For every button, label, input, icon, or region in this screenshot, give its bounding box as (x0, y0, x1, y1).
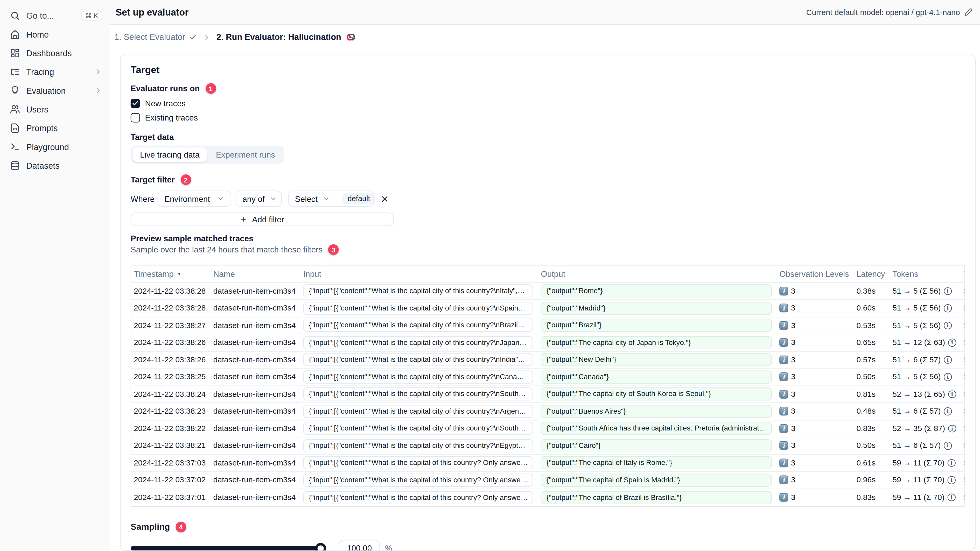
timestamp-cell: 2024-11-22 03:37:01 (131, 489, 211, 506)
output-cell: {"output":"The capital of Italy is Rome.… (538, 454, 777, 472)
output-json-box[interactable]: {"output":"Rome"} (541, 284, 772, 297)
checkbox-existing-traces[interactable]: Existing traces (130, 113, 965, 122)
output-json-box[interactable]: {"output":"South Africa has three capita… (541, 422, 772, 435)
output-json-box[interactable]: {"output":"The capital of Spain is Madri… (541, 473, 772, 487)
sampling-slider[interactable] (130, 543, 325, 551)
info-icon[interactable]: i (944, 373, 952, 381)
input-json-box[interactable]: {"input":[{"content":"What is the capita… (303, 387, 533, 401)
info-icon[interactable]: i (948, 424, 956, 432)
table-row[interactable]: 2024-11-22 03:38:26 dataset-run-item-cm3… (131, 334, 965, 351)
observation-levels-cell: i3 (777, 317, 854, 334)
filter-value-select[interactable]: Select default (288, 191, 374, 207)
output-json-box[interactable]: {"output":"The capital of Italy is Rome.… (541, 456, 772, 469)
table-row[interactable]: 2024-11-22 03:38:22 dataset-run-item-cm3… (131, 420, 965, 437)
tokens-cell: 51 → 12 (Σ 63)i (890, 334, 961, 351)
checkbox-checked-icon (130, 99, 140, 108)
tab-live-tracing-data[interactable]: Live tracing data (132, 148, 207, 162)
input-json-box[interactable]: {"input":[{"content":"What is the capita… (303, 302, 533, 315)
breadcrumb: 1. Select Evaluator 2. Run Evaluator: Ha… (110, 25, 980, 49)
output-json-box[interactable]: {"output":"The capital city of South Kor… (541, 387, 772, 401)
output-json-box[interactable]: {"output":"Buenos Aires"} (541, 405, 772, 418)
sidebar-item-tracing[interactable]: Tracing (0, 62, 109, 81)
percent-label: % (385, 543, 392, 551)
timestamp-cell: 2024-11-22 03:38:28 (131, 300, 211, 317)
name-cell: dataset-run-item-cm3s4 (211, 368, 301, 385)
info-icon[interactable]: i (944, 407, 952, 415)
info-icon[interactable]: i (944, 321, 952, 329)
input-json-box[interactable]: {"input":[{"content":"What is the capita… (303, 491, 533, 504)
input-json-box[interactable]: {"input":[{"content":"What is the capita… (303, 473, 533, 487)
output-json-box[interactable]: {"output":"Madrid"} (541, 302, 772, 315)
table-row[interactable]: 2024-11-22 03:38:24 dataset-run-item-cm3… (131, 385, 965, 402)
input-json-box[interactable]: {"input":[{"content":"What is the capita… (303, 370, 533, 384)
filter-operator-select[interactable]: any of (235, 191, 282, 207)
timestamp-cell: 2024-11-22 03:37:02 (131, 472, 211, 489)
remove-filter-button[interactable] (380, 194, 390, 203)
info-icon[interactable]: i (948, 494, 955, 501)
info-icon[interactable]: i (944, 441, 952, 449)
input-json-box[interactable]: {"input":[{"content":"What is the capita… (303, 439, 533, 452)
edit-model-button[interactable] (964, 8, 972, 16)
check-icon (189, 33, 197, 41)
output-json-box[interactable]: {"output":"Brazil"} (541, 319, 772, 332)
sidebar-item-home[interactable]: Home (0, 25, 109, 44)
input-json-box[interactable]: {"input":[{"content":"What is the capita… (303, 422, 533, 435)
filter-column-select[interactable]: Environment (158, 191, 231, 207)
sidebar-item-evaluation[interactable]: Evaluation (0, 81, 109, 100)
info-icon[interactable]: i (944, 287, 952, 295)
sidebar-item-prompts[interactable]: Prompts (0, 119, 109, 137)
table-row[interactable]: 2024-11-22 03:38:28 dataset-run-item-cm3… (131, 300, 965, 317)
add-filter-button[interactable]: Add filter (130, 213, 394, 226)
input-json-box[interactable]: {"input":[{"content":"What is the capita… (303, 456, 533, 469)
table-row[interactable]: 2024-11-22 03:38:28 dataset-run-item-cm3… (131, 283, 965, 300)
sampling-value-input[interactable]: 100.00 (339, 540, 380, 551)
input-json-box[interactable]: {"input":[{"content":"What is the capita… (303, 405, 533, 418)
output-json-box[interactable]: {"output":"Canada"} (541, 370, 772, 384)
checkbox-new-traces[interactable]: New traces (130, 99, 965, 108)
total-cost-cell: $0.000011i (961, 403, 965, 420)
observation-levels-cell: i3 (777, 385, 854, 402)
output-json-box[interactable]: {"output":"The capital city of Japan is … (541, 336, 772, 349)
sidebar-item-users[interactable]: Users (0, 100, 109, 119)
table-row[interactable]: 2024-11-22 03:38:27 dataset-run-item-cm3… (131, 317, 965, 334)
total-cost-cell: $0.00046i (961, 489, 965, 506)
info-icon[interactable]: i (944, 356, 952, 364)
input-json-box[interactable]: {"input":[{"content":"What is the capita… (303, 336, 533, 349)
sidebar-item-datasets[interactable]: Datasets (0, 156, 109, 175)
input-json-box[interactable]: {"input":[{"content":"What is the capita… (303, 353, 533, 367)
table-row[interactable]: 2024-11-22 03:37:03 dataset-run-item-cm3… (131, 454, 965, 472)
name-cell: dataset-run-item-cm3s4 (211, 437, 301, 454)
evaluator-setup-page: Go to... ⌘ K Home Dashboards Tracing Eva… (0, 0, 980, 551)
column-header-total-cost: Total Cost (961, 266, 965, 283)
observation-levels-cell: i3 (777, 351, 854, 368)
sidebar-search-label: Go to... (26, 11, 54, 20)
info-icon[interactable]: i (948, 339, 956, 346)
table-row[interactable]: 2024-11-22 03:38:21 dataset-run-item-cm3… (131, 437, 965, 454)
input-json-box[interactable]: {"input":[{"content":"What is the capita… (303, 319, 533, 332)
table-row[interactable]: 2024-11-22 03:37:01 dataset-run-item-cm3… (131, 489, 965, 506)
info-icon[interactable]: i (944, 304, 952, 312)
breadcrumb-step-1[interactable]: 1. Select Evaluator (115, 32, 197, 41)
table-row[interactable]: 2024-11-22 03:37:02 dataset-run-item-cm3… (131, 472, 965, 489)
sidebar-item-playground[interactable]: Playground (0, 137, 109, 156)
input-cell: {"input":[{"content":"What is the capita… (301, 317, 538, 334)
info-icon[interactable]: i (948, 459, 955, 467)
info-icon[interactable]: i (948, 476, 955, 484)
slider-thumb[interactable] (315, 543, 326, 551)
input-json-box[interactable]: {"input":[{"content":"What is the capita… (303, 284, 533, 297)
tab-experiment-runs[interactable]: Experiment runs (208, 148, 283, 162)
table-row[interactable]: 2024-11-22 03:38:26 dataset-run-item-cm3… (131, 351, 965, 368)
output-cell: {"output":"The capital city of South Kor… (538, 385, 777, 402)
column-header-timestamp[interactable]: Timestamp▼ (131, 266, 211, 283)
output-json-box[interactable]: {"output":"Cairo"} (541, 439, 772, 452)
table-row[interactable]: 2024-11-22 03:38:25 dataset-run-item-cm3… (131, 368, 965, 385)
output-json-box[interactable]: {"output":"The capital of Brazil is Bras… (541, 491, 772, 504)
sidebar-item-dashboards[interactable]: Dashboards (0, 44, 109, 62)
output-json-box[interactable]: {"output":"New Delhi"} (541, 353, 772, 367)
sidebar-search[interactable]: Go to... ⌘ K (0, 6, 109, 25)
column-header-name: Name (211, 266, 301, 283)
table-row[interactable]: 2024-11-22 03:38:23 dataset-run-item-cm3… (131, 403, 965, 420)
output-cell: {"output":"Cairo"} (538, 437, 777, 454)
step-badge-1: 1 (205, 83, 216, 94)
info-icon[interactable]: i (948, 390, 956, 398)
